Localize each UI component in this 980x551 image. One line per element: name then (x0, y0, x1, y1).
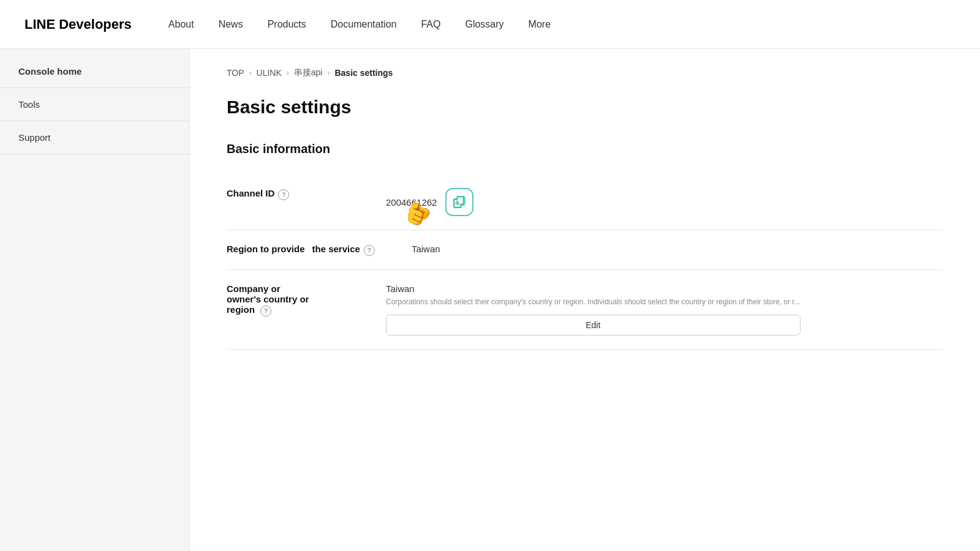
breadcrumb-current: Basic settings (334, 68, 393, 78)
nav-item-products[interactable]: Products (268, 19, 306, 29)
field-row-company-country: Company or owner's country or region ? T… (227, 270, 943, 350)
field-row-channel-id: Channel ID ? 2004661262 (227, 174, 943, 230)
main-content: TOP › ULINK › 串接api › Basic settings Bas… (190, 49, 980, 551)
region-label-line2: the service (312, 244, 360, 254)
company-help-icon[interactable]: ? (260, 305, 271, 317)
page-title: Basic settings (227, 97, 943, 118)
nav-item-glossary[interactable]: Glossary (465, 19, 503, 29)
nav-item-about[interactable]: About (168, 19, 194, 29)
nav-item-documentation[interactable]: Documentation (331, 19, 397, 29)
company-hint: Corporations should select their company… (386, 298, 801, 306)
field-label-region: Region to provide the service ? (227, 244, 375, 256)
breadcrumb: TOP › ULINK › 串接api › Basic settings (227, 67, 943, 78)
svg-rect-5 (458, 197, 464, 204)
region-help-icon[interactable]: ? (364, 245, 375, 256)
main-layout: Console home Tools Support TOP › ULINK ›… (0, 49, 980, 551)
field-label-company-country: Company or owner's country or region ? (227, 283, 349, 317)
channel-id-label-text: Channel ID (227, 188, 274, 198)
nav-item-news[interactable]: News (219, 19, 243, 29)
region-label-line1: Region to provide (227, 244, 305, 254)
top-nav: LINE Developers About News Products Docu… (0, 0, 980, 49)
breadcrumb-ulink[interactable]: ULINK (257, 68, 282, 78)
field-row-region: Region to provide the service ? Taiwan (227, 230, 943, 270)
sidebar-item-tools[interactable]: Tools (0, 88, 189, 121)
sidebar: Console home Tools Support (0, 49, 190, 551)
region-value: Taiwan (412, 244, 440, 254)
channel-id-row: 2004661262 (386, 188, 473, 216)
breadcrumb-arrow-1: › (249, 69, 252, 77)
sidebar-item-support[interactable]: Support (0, 121, 189, 154)
nav-links: About News Products Documentation FAQ Gl… (168, 19, 551, 30)
breadcrumb-top[interactable]: TOP (227, 68, 244, 78)
nav-item-faq[interactable]: FAQ (421, 19, 440, 29)
breadcrumb-arrow-3: › (327, 69, 330, 77)
logo: LINE Developers (24, 17, 132, 32)
channel-id-value: 2004661262 (386, 197, 437, 208)
field-value-channel-id: 2004661262 (386, 188, 943, 216)
nav-item-more[interactable]: More (529, 19, 551, 29)
copy-icon (453, 196, 466, 208)
edit-company-country-button[interactable]: Edit (386, 315, 801, 335)
field-label-channel-id: Channel ID ? (227, 188, 349, 200)
field-value-region: Taiwan (412, 244, 943, 254)
field-value-company-country: Taiwan Corporations should select their … (386, 283, 943, 335)
channel-id-help-icon[interactable]: ? (278, 189, 289, 200)
copy-channel-id-button[interactable] (445, 188, 473, 216)
breadcrumb-arrow-2: › (287, 69, 289, 77)
section-title: Basic information (227, 142, 943, 156)
company-label-text: Company or owner's country or region ? (227, 283, 309, 317)
sidebar-item-console-home[interactable]: Console home (0, 55, 189, 88)
company-country-value: Taiwan (386, 283, 801, 294)
breadcrumb-api[interactable]: 串接api (294, 67, 323, 78)
company-field-value: Taiwan Corporations should select their … (386, 283, 801, 335)
